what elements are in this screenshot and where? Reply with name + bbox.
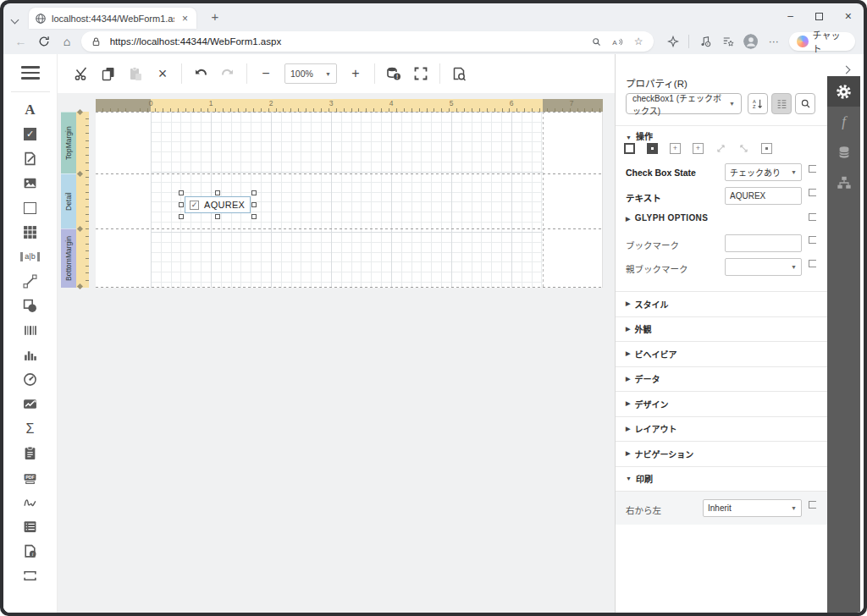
copy-icon[interactable] — [97, 62, 120, 85]
search-page-icon[interactable] — [588, 34, 604, 49]
tab-search-chevron-icon[interactable] — [12, 11, 27, 25]
categorize-icon[interactable] — [771, 93, 792, 114]
property-search-icon[interactable] — [795, 93, 815, 114]
report-page[interactable]: ✓ AQUREX — [96, 112, 603, 288]
media-icon[interactable] — [698, 34, 712, 49]
pdf-tool-icon[interactable]: PDF — [18, 465, 43, 490]
resize-handle-sw[interactable] — [179, 214, 184, 219]
band-detail[interactable]: Detail — [61, 173, 76, 228]
group-appearance[interactable]: ▶外観 — [616, 316, 827, 342]
browser-tab[interactable]: localhost:44344/WebForm1.aspx × — [29, 8, 196, 29]
check-box-state-select[interactable]: チェックあり▼ — [725, 163, 802, 181]
preview-icon[interactable] — [447, 62, 471, 85]
image-tool-icon[interactable] — [18, 171, 43, 195]
bind-icon-glyph-options[interactable] — [809, 213, 816, 221]
report-info-tool-icon[interactable]: i — [18, 539, 43, 564]
data-tab-icon[interactable] — [827, 137, 860, 168]
barcode-tool-icon[interactable] — [18, 318, 43, 343]
align-center-v-icon[interactable]: + — [693, 143, 704, 154]
site-lock-icon[interactable] — [89, 34, 104, 49]
data-source-icon[interactable]: ! — [382, 62, 406, 85]
list-tool-icon[interactable] — [18, 514, 43, 539]
collections-icon[interactable] — [721, 34, 735, 49]
checkbox-element[interactable]: ✓ AQUREX — [185, 196, 251, 213]
resize-handle-s[interactable] — [215, 214, 220, 219]
align-center-h-icon[interactable]: + — [670, 143, 681, 154]
group-behavior[interactable]: ▶ビヘイビア — [616, 341, 827, 366]
bookmark-input[interactable] — [725, 234, 802, 252]
bind-icon-parent-bookmark[interactable] — [809, 260, 816, 267]
chart-tool-icon[interactable] — [18, 343, 43, 367]
close-button[interactable]: × — [845, 9, 852, 23]
input-form-tool-icon[interactable] — [18, 441, 43, 465]
report-explorer-tab-icon[interactable] — [827, 168, 860, 198]
paste-icon[interactable] — [124, 62, 147, 85]
resize-handle-se[interactable] — [251, 214, 257, 219]
bind-icon-text[interactable] — [809, 189, 816, 196]
back-icon[interactable]: ← — [12, 32, 30, 51]
checkbox-tool-icon[interactable]: ✓ — [18, 122, 43, 146]
formatted-text-tool-icon[interactable]: a|b — [18, 245, 43, 269]
line-tool-icon[interactable] — [18, 269, 43, 294]
group-print[interactable]: ▼印刷 — [616, 466, 827, 492]
refresh-icon[interactable] — [35, 32, 52, 51]
parent-bookmark-select[interactable]: ▼ — [725, 258, 802, 276]
summary-tool-icon[interactable]: Σ — [18, 416, 43, 441]
size-to-fit-icon[interactable] — [715, 143, 726, 154]
properties-tab-gear-icon[interactable] — [827, 76, 860, 107]
panel-collapse-chevron-icon[interactable] — [843, 61, 849, 76]
delete-icon[interactable]: × — [151, 62, 174, 85]
home-icon[interactable]: ⌂ — [58, 32, 75, 51]
element-selector-dropdown[interactable]: checkBox1 (チェックボックス)▼ — [626, 93, 742, 114]
size-to-grid-icon[interactable] — [624, 143, 635, 154]
text-tool-icon[interactable]: A — [18, 97, 43, 122]
menu-icon[interactable] — [21, 66, 40, 80]
bind-icon-bookmark[interactable] — [809, 236, 816, 244]
favorite-star-icon[interactable]: ☆ — [631, 34, 646, 49]
band-top-margin[interactable]: TopMargin — [61, 112, 76, 173]
group-data[interactable]: ▶データ — [616, 366, 827, 392]
resize-handle-n[interactable] — [215, 190, 220, 195]
profile-avatar[interactable] — [743, 34, 758, 49]
zoom-level-select[interactable]: 100% ▼ — [284, 63, 337, 84]
section-glyph-options[interactable]: ▶GLYPH OPTIONS — [626, 213, 708, 223]
group-layout[interactable]: ▶レイアウト — [616, 416, 827, 442]
band-bottom-margin[interactable]: BottomMargin — [61, 228, 76, 288]
maximize-button[interactable] — [815, 13, 823, 20]
zoom-out-icon[interactable]: − — [254, 62, 278, 85]
snap-to-grid-icon[interactable] — [647, 143, 658, 154]
bind-icon-check-box-state[interactable] — [809, 165, 816, 173]
resize-handle-w[interactable] — [179, 202, 184, 207]
address-bar[interactable]: https://localhost:44344/WebForm1.aspx A … — [81, 31, 654, 52]
rtl-select[interactable]: Inherit▼ — [703, 499, 802, 517]
redo-icon[interactable] — [216, 62, 240, 85]
resize-handle-e[interactable] — [251, 202, 257, 207]
resize-handle-ne[interactable] — [251, 190, 257, 195]
address-text[interactable]: https://localhost:44344/WebForm1.aspx — [110, 36, 583, 47]
band-tool-icon[interactable] — [18, 564, 43, 588]
center-in-band-icon[interactable] — [761, 143, 772, 154]
richtext-tool-icon[interactable] — [18, 146, 43, 171]
resize-handle-nw[interactable] — [179, 190, 184, 195]
table-tool-icon[interactable] — [18, 220, 43, 245]
copilot-button[interactable]: チャット — [789, 32, 855, 51]
rectangle-tool-icon[interactable] — [18, 195, 43, 220]
more-menu-icon[interactable]: ··· — [766, 34, 781, 49]
bind-icon-rtl[interactable] — [809, 501, 816, 509]
design-canvas[interactable]: 0 1 2 3 4 5 6 7 TopMargin Detail BottomM… — [58, 93, 615, 613]
signature-tool-icon[interactable] — [18, 490, 43, 514]
new-tab-button[interactable]: + — [207, 9, 224, 24]
fullscreen-icon[interactable] — [409, 62, 433, 85]
sparkline-tool-icon[interactable] — [18, 392, 43, 416]
section-operations[interactable]: ▼操作 — [626, 129, 653, 142]
minimize-button[interactable]: – — [787, 10, 793, 22]
sort-alpha-icon[interactable]: AZ — [748, 93, 768, 114]
size-to-fit-width-icon[interactable] — [738, 143, 749, 154]
cut-icon[interactable] — [69, 62, 93, 85]
group-navigation[interactable]: ▶ナビゲーション — [616, 441, 827, 466]
shape-tool-icon[interactable] — [18, 294, 43, 318]
tab-close-icon[interactable]: × — [179, 13, 191, 25]
text-input[interactable] — [725, 187, 802, 205]
browser-essentials-icon[interactable] — [665, 34, 680, 49]
zoom-in-icon[interactable]: + — [344, 62, 367, 85]
